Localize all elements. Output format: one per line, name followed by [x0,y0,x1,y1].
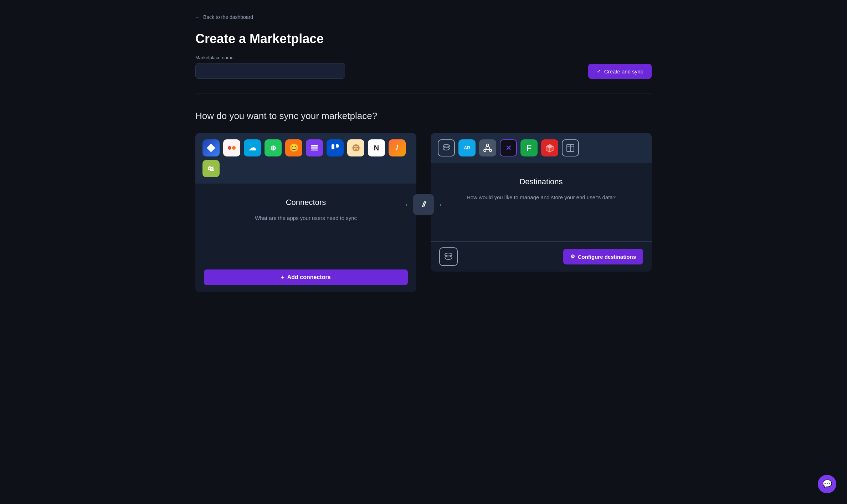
configure-destinations-button[interactable]: ⚙ Configure destinations [563,249,643,264]
connector-icon-shopify: 🛍 [202,160,220,177]
svg-point-22 [445,253,452,256]
chat-icon: 💬 [822,479,832,489]
add-connectors-button[interactable]: + Add connectors [204,269,408,285]
connector-icon-notion: N [368,139,385,156]
input-group: Marketplace name [195,55,345,79]
svg-point-1 [228,146,231,150]
connectors-description: What are the apps your users need to syn… [255,214,357,222]
sync-question: How do you want to sync your marketplace… [195,110,652,122]
svg-rect-5 [311,149,318,151]
connectors-card-body: Connectors What are the apps your users … [195,184,416,262]
svg-marker-0 [207,144,215,152]
svg-point-12 [489,149,492,151]
dest-icon-x: ✕ [500,139,517,156]
svg-rect-6 [332,144,334,149]
connectors-card: ☁ ⊕ 😊 [195,133,416,292]
svg-point-14 [487,144,489,146]
dest-icon-database [438,139,455,156]
destinations-card-body: Destinations How would you like to manag… [431,163,652,241]
svg-line-11 [486,149,487,149]
connector-icon-circles [223,139,240,156]
add-icon: + [281,274,284,281]
destinations-footer: ⚙ Configure destinations [431,241,652,272]
svg-rect-4 [311,147,318,149]
connector-badge: // [422,200,425,209]
connector-icon-diamond [202,139,220,156]
destinations-title: Destinations [519,177,563,186]
marketplace-name-section: Marketplace name ✓ Create and sync [195,55,652,79]
create-sync-button[interactable]: ✓ Create and sync [588,64,652,79]
svg-rect-3 [311,145,318,146]
connector-icon-monkey: 🐵 [347,139,364,156]
configure-icon: ⚙ [570,253,575,260]
connector-icon-green: ⊕ [265,139,282,156]
check-icon: ✓ [597,68,601,74]
destinations-card: API ✕ [431,133,652,272]
page-title: Create a Marketplace [195,31,652,46]
destinations-description: How would you like to manage and store y… [467,194,616,202]
connector-icon-orange-face: 😊 [285,139,302,156]
connectors-title: Connectors [286,198,326,207]
svg-point-8 [443,145,450,147]
section-divider [195,93,652,93]
svg-rect-7 [336,144,339,148]
footer-db-icon [439,247,458,266]
create-sync-label: Create and sync [604,68,643,74]
add-connectors-label: Add connectors [287,274,331,281]
destinations-icons-strip: API ✕ [431,133,652,163]
configure-destinations-label: Configure destinations [578,254,636,260]
chat-bubble[interactable]: 💬 [818,475,836,493]
marketplace-name-input[interactable] [195,63,345,79]
back-label: Back to the dashboard [203,14,253,20]
connector-icon-slash: / [389,139,406,156]
dest-icon-red-cube [541,139,558,156]
connector-icon-trello [327,139,344,156]
connector-icon-salesforce: ☁ [244,139,261,156]
svg-point-2 [232,146,236,150]
back-link[interactable]: ← Back to the dashboard [195,14,652,20]
back-arrow-icon: ← [195,14,200,20]
connector-icon-purple-stack [306,139,323,156]
dest-icon-table [562,139,579,156]
connectors-footer: + Add connectors [195,262,416,292]
dest-icon-api: API [458,139,476,156]
arrow-right-icon: → [436,201,443,209]
dest-icon-webhook [479,139,496,156]
svg-line-13 [489,149,489,149]
svg-point-10 [484,149,486,151]
arrow-left-icon: ← [404,201,411,209]
connector-center: ← // → [404,194,443,215]
input-label: Marketplace name [195,55,345,60]
dest-icon-green-f: F [520,139,538,156]
connectors-icons-strip: ☁ ⊕ 😊 [195,133,416,184]
cards-row: ☁ ⊕ 😊 [195,133,652,292]
